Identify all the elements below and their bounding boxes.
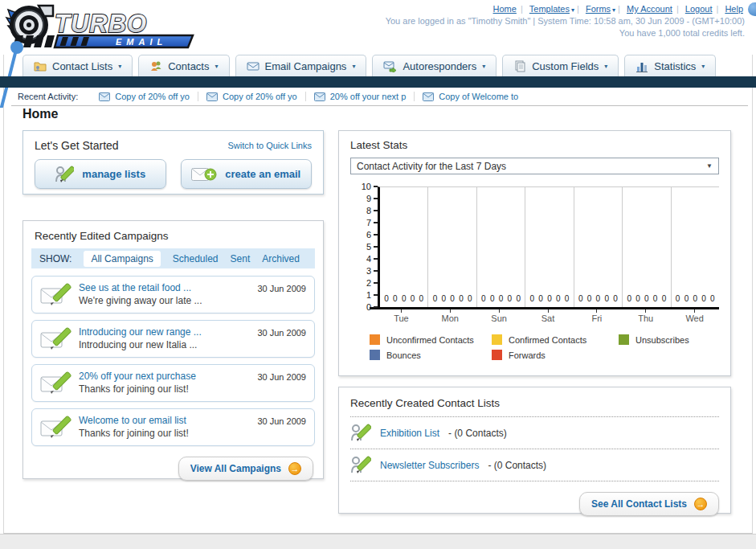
- tab-email-campaigns[interactable]: Email Campaigns▾: [235, 55, 367, 76]
- chart-x-label: Mon: [426, 309, 475, 324]
- recent-activity-item[interactable]: Copy of 20% off yo: [91, 92, 198, 101]
- tab-statistics[interactable]: Statistics▾: [624, 55, 716, 76]
- envelope-plus-icon: [191, 166, 217, 182]
- legend-item: Confirmed Contacts: [492, 334, 619, 345]
- chart-y-axis: 012345678910: [353, 186, 378, 307]
- footer: [0, 534, 756, 549]
- chart-x-axis: TueMonSunSatFriThuWed: [377, 309, 719, 324]
- y-tick: 6: [366, 230, 378, 240]
- email-campaigns-icon: [247, 60, 259, 72]
- chart-day-column: 00000: [574, 187, 623, 307]
- chart-day-column: 00000: [672, 187, 719, 307]
- envelope-icon: [423, 92, 434, 101]
- envelope-pencil-icon: [40, 327, 72, 352]
- filter-scheduled[interactable]: Scheduled: [173, 253, 219, 264]
- chart-x-label: Thu: [621, 309, 670, 324]
- latest-stats-panel: Latest Stats Contact Activity for the La…: [338, 130, 731, 376]
- tab-contact-lists[interactable]: Contact Lists▾: [22, 55, 133, 76]
- header: TURBO EMAIL Home| Templates▾| Forms▾| My…: [0, 0, 756, 55]
- chart-day-column: 00000: [380, 187, 428, 307]
- chart-day-column: 00000: [525, 187, 574, 307]
- y-tick: 9: [366, 194, 378, 203]
- campaign-row: Introducing our new range ... Introducin…: [31, 320, 315, 358]
- chart-plot: 00000000000000000000000000000000000: [378, 186, 719, 307]
- filter-sent[interactable]: Sent: [231, 253, 251, 264]
- filter-all-campaigns[interactable]: All Campaigns: [84, 251, 160, 267]
- main-content: Home Let's Get Started Switch to Quick L…: [0, 106, 756, 534]
- person-pencil-icon: [55, 165, 74, 184]
- recent-activity-item[interactable]: Copy of Welcome to: [415, 92, 526, 101]
- contact-lists-title: Recently Created Contact Lists: [350, 397, 719, 417]
- contact-list-link[interactable]: Exhibition List: [380, 428, 439, 439]
- contact-list-link[interactable]: Newsletter Subscribers: [380, 460, 479, 471]
- y-tick: 5: [366, 242, 378, 252]
- header-link-help[interactable]: Help: [725, 4, 743, 14]
- recent-activity-bar: Recent Activity: Copy of 20% off yo Copy…: [11, 88, 748, 106]
- recent-activity-label: Recent Activity:: [18, 92, 78, 101]
- contacts-icon: [149, 59, 162, 72]
- decor-ball-icon: [748, 2, 756, 16]
- login-info: You are logged in as "Timothy Smith" | S…: [386, 16, 745, 26]
- recently-edited-campaigns-panel: Recently Edited Campaigns SHOW: All Camp…: [22, 220, 324, 479]
- tab-contacts[interactable]: Contacts▾: [138, 55, 229, 76]
- contact-lists-panel: Recently Created Contact Lists Exhibitio…: [338, 387, 731, 514]
- legend-item: Unconfirmed Contacts: [370, 334, 492, 345]
- contact-list-row: Newsletter Subscribers - (0 Contacts): [350, 449, 719, 481]
- autoresponders-icon: [383, 60, 397, 72]
- legend-swatch-icon: [492, 334, 502, 345]
- campaign-date: 30 Jun 2009: [257, 372, 306, 382]
- chart-day-column: 00000: [428, 187, 476, 307]
- switch-quick-links[interactable]: Switch to Quick Links: [227, 141, 312, 150]
- tab-autoresponders[interactable]: Autoresponders▾: [372, 55, 497, 76]
- header-link-my-account[interactable]: My Account: [627, 4, 672, 14]
- campaign-date: 30 Jun 2009: [257, 284, 306, 293]
- manage-lists-button[interactable]: manage lists: [35, 159, 166, 189]
- credits-info: You have 1,000 total credits left.: [386, 28, 745, 38]
- campaign-row: Welcome to our email list Thanks for joi…: [31, 408, 315, 446]
- recent-activity-item[interactable]: Copy of 20% off yo: [198, 92, 306, 101]
- header-link-logout[interactable]: Logout: [685, 4, 713, 14]
- chart-day-column: 00000: [477, 187, 525, 307]
- y-tick: 3: [366, 266, 378, 276]
- recent-activity-item[interactable]: 20% off your next p: [306, 92, 415, 101]
- chevron-down-icon: ▾: [571, 6, 574, 14]
- campaign-date: 30 Jun 2009: [257, 328, 306, 338]
- chart-day-column: 00000: [623, 187, 671, 307]
- logo-subtitle-text: EMAIL: [116, 37, 167, 47]
- envelope-pencil-icon: [40, 283, 72, 308]
- show-label: SHOW:: [39, 253, 72, 264]
- view-all-campaigns-button[interactable]: View All Campaigns →: [178, 457, 313, 481]
- header-link-templates[interactable]: Templates: [529, 4, 570, 14]
- legend-swatch-icon: [492, 350, 502, 360]
- latest-stats-title: Latest Stats: [350, 139, 719, 151]
- person-pencil-icon: [350, 454, 371, 476]
- envelope-pencil-icon: [40, 371, 72, 396]
- header-link-home[interactable]: Home: [493, 4, 517, 14]
- campaigns-title: Recently Edited Campaigns: [23, 221, 323, 248]
- turbo-email-logo[interactable]: TURBO EMAIL: [5, 2, 198, 50]
- campaign-subtitle: Introducing our new Italia ...: [79, 339, 197, 350]
- campaign-row: See us at the retail food ... We're givi…: [31, 276, 315, 313]
- logo-title-text: TURBO: [55, 10, 147, 38]
- chart-x-label: Fri: [572, 309, 621, 324]
- legend-item: Bounces: [370, 350, 492, 360]
- y-tick: 7: [366, 218, 378, 227]
- campaign-row: 20% off your next purchase Thanks for jo…: [31, 364, 315, 402]
- chevron-down-icon: ▾: [215, 63, 218, 70]
- navy-divider-bar: [0, 76, 756, 88]
- stats-report-select[interactable]: Contact Activity for the Last 7 Days ▼: [350, 158, 719, 174]
- contact-activity-chart: 012345678910 000000000000000000000000000…: [350, 186, 719, 360]
- header-link-forms[interactable]: Forms: [586, 4, 611, 14]
- chart-x-label: Wed: [670, 309, 719, 324]
- envelope-pencil-icon: [40, 416, 72, 440]
- chart-x-label: Sat: [524, 309, 573, 324]
- envelope-icon: [99, 92, 110, 101]
- tab-custom-fields[interactable]: Custom Fields▾: [502, 55, 619, 76]
- y-tick: 0: [366, 302, 378, 312]
- chart-x-label: Sun: [475, 309, 524, 324]
- filter-archived[interactable]: Archived: [262, 253, 300, 264]
- see-all-contact-lists-button[interactable]: See All Contact Lists →: [579, 492, 719, 516]
- chevron-down-icon: ▾: [352, 63, 355, 70]
- header-nav-links: Home| Templates▾| Forms▾| My Account| Lo…: [386, 4, 745, 14]
- create-email-button[interactable]: create an email: [181, 159, 313, 189]
